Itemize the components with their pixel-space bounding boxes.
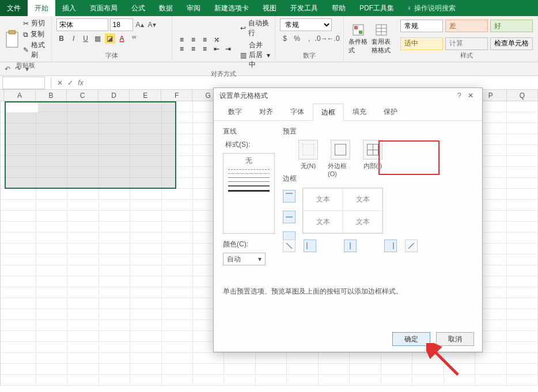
- tab-page-layout[interactable]: 页面布局: [83, 0, 124, 16]
- cell[interactable]: [162, 112, 193, 123]
- cell[interactable]: [5, 331, 36, 342]
- cell[interactable]: [5, 254, 36, 265]
- cell[interactable]: [130, 123, 161, 134]
- cell[interactable]: [5, 101, 36, 112]
- cell[interactable]: [36, 200, 67, 211]
- cell[interactable]: [67, 189, 98, 200]
- cell[interactable]: [507, 320, 538, 331]
- cell[interactable]: [444, 364, 475, 375]
- cell[interactable]: [444, 375, 475, 386]
- cell[interactable]: [5, 112, 36, 123]
- align-left-button[interactable]: ≡: [177, 45, 187, 53]
- cell[interactable]: [162, 320, 193, 331]
- cell[interactable]: [130, 211, 161, 222]
- cell[interactable]: [67, 243, 98, 254]
- bold-button[interactable]: B: [56, 33, 67, 44]
- tab-insert[interactable]: 插入: [55, 0, 83, 16]
- cell[interactable]: [162, 364, 193, 375]
- cell[interactable]: [36, 298, 67, 309]
- font-name-combo[interactable]: [56, 18, 108, 31]
- select-all-corner[interactable]: [0, 90, 4, 101]
- border-vmiddle-button[interactable]: [344, 239, 357, 252]
- style-line-option[interactable]: [228, 181, 270, 182]
- cell[interactable]: [130, 320, 161, 331]
- border-diag-down-button[interactable]: [283, 239, 295, 252]
- border-right-button[interactable]: [384, 239, 397, 252]
- align-top-button[interactable]: ≡: [177, 36, 187, 44]
- cell[interactable]: [5, 375, 36, 386]
- cell[interactable]: [130, 309, 161, 320]
- cell[interactable]: [507, 101, 538, 112]
- cell[interactable]: [507, 243, 538, 254]
- cell[interactable]: [99, 375, 130, 386]
- cell[interactable]: [162, 189, 193, 200]
- style-good[interactable]: 好: [490, 20, 533, 32]
- cell[interactable]: [99, 353, 130, 364]
- cell[interactable]: [67, 331, 98, 342]
- cell[interactable]: [130, 167, 161, 178]
- cell[interactable]: [36, 156, 67, 167]
- dlg-tab-fill[interactable]: 填充: [344, 103, 375, 120]
- cell[interactable]: [36, 101, 67, 112]
- cell[interactable]: [99, 178, 130, 189]
- fx-icon[interactable]: fx: [75, 79, 86, 87]
- increase-font-icon[interactable]: A▴: [135, 20, 145, 30]
- cell[interactable]: [412, 364, 444, 375]
- tab-new-tab[interactable]: 新建选项卡: [207, 0, 256, 16]
- cell[interactable]: [507, 342, 538, 353]
- cell[interactable]: [67, 112, 98, 123]
- cell[interactable]: [36, 233, 67, 243]
- cell[interactable]: [130, 353, 161, 364]
- cell[interactable]: [507, 222, 538, 233]
- cell[interactable]: [130, 287, 161, 298]
- cell[interactable]: [36, 331, 67, 342]
- cell[interactable]: [507, 298, 538, 309]
- cell[interactable]: [256, 375, 287, 386]
- cell[interactable]: [507, 233, 538, 243]
- cell[interactable]: [224, 375, 255, 386]
- cell[interactable]: [36, 134, 67, 145]
- cell[interactable]: [507, 167, 538, 178]
- cell[interactable]: [507, 287, 538, 298]
- cell[interactable]: [67, 353, 98, 364]
- cell[interactable]: [287, 375, 318, 386]
- cell[interactable]: [36, 309, 67, 320]
- tab-review[interactable]: 审阅: [180, 0, 207, 16]
- cell[interactable]: [507, 123, 538, 134]
- border-preview[interactable]: 文本 文本 文本 文本: [302, 188, 383, 234]
- cell[interactable]: [381, 375, 412, 386]
- name-box[interactable]: [2, 77, 45, 89]
- dialog-close-button[interactable]: ✕: [465, 92, 476, 100]
- cell[interactable]: [507, 178, 538, 189]
- border-top-button[interactable]: [283, 190, 295, 203]
- style-calc[interactable]: 计算: [445, 37, 488, 50]
- border-left-button[interactable]: [304, 239, 316, 252]
- cell[interactable]: [162, 254, 193, 265]
- fill-color-button[interactable]: ◪: [105, 33, 115, 44]
- preset-inside-button[interactable]: 内部(I): [360, 140, 385, 177]
- format-painter-button[interactable]: ✎格式刷: [23, 40, 47, 60]
- col-header[interactable]: C: [67, 90, 98, 101]
- cell[interactable]: [67, 123, 98, 134]
- dialog-help-icon[interactable]: ?: [457, 91, 461, 100]
- cell[interactable]: [36, 222, 67, 233]
- cell[interactable]: [67, 145, 98, 156]
- cell[interactable]: [319, 353, 350, 364]
- cell[interactable]: [381, 353, 412, 364]
- cell[interactable]: [99, 200, 130, 211]
- cell[interactable]: [162, 342, 193, 353]
- cell[interactable]: [67, 134, 98, 145]
- dlg-tab-protection[interactable]: 保护: [375, 103, 406, 120]
- style-line-option[interactable]: [228, 177, 270, 178]
- cell[interactable]: [67, 101, 98, 112]
- cell[interactable]: [350, 375, 381, 386]
- font-size-combo[interactable]: [110, 18, 133, 31]
- cell[interactable]: [5, 364, 36, 375]
- increase-decimal-button[interactable]: .0→: [316, 33, 327, 44]
- cell[interactable]: [5, 243, 36, 254]
- cell[interactable]: [130, 222, 161, 233]
- decrease-decimal-button[interactable]: ←.0: [328, 33, 339, 44]
- cell[interactable]: [99, 211, 130, 222]
- style-bad[interactable]: 差: [445, 20, 488, 32]
- cell[interactable]: [67, 211, 98, 222]
